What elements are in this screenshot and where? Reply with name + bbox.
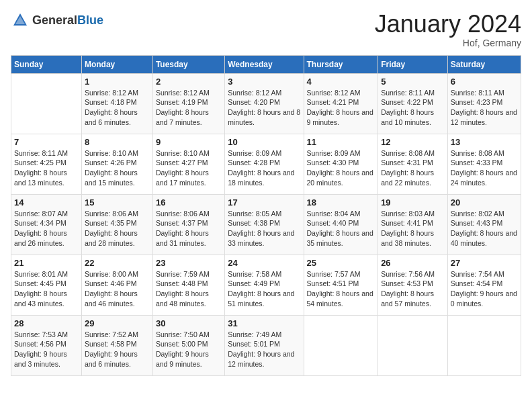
day-number: 14 [14,197,79,208]
day-number: 23 [156,258,222,268]
calendar-cell: 6Sunrise: 8:11 AMSunset: 4:23 PMDaylight… [447,73,521,134]
day-number: 17 [228,197,300,208]
day-number: 12 [381,137,445,147]
day-info: Sunrise: 7:53 AMSunset: 4:56 PMDaylight:… [14,330,79,369]
day-number: 13 [451,137,518,147]
calendar-week-3: 14Sunrise: 8:07 AMSunset: 4:34 PMDayligh… [11,194,521,255]
day-number: 2 [156,77,222,87]
day-number: 28 [14,318,79,328]
day-number: 3 [228,77,300,87]
day-number: 29 [85,318,150,328]
calendar-cell: 4Sunrise: 8:12 AMSunset: 4:21 PMDaylight… [304,73,378,134]
calendar-cell: 5Sunrise: 8:11 AMSunset: 4:22 PMDaylight… [378,73,448,134]
calendar-cell: 11Sunrise: 8:09 AMSunset: 4:30 PMDayligh… [304,134,378,194]
calendar-cell: 18Sunrise: 8:04 AMSunset: 4:40 PMDayligh… [304,194,378,255]
calendar-cell [11,73,82,134]
day-info: Sunrise: 8:03 AMSunset: 4:41 PMDaylight:… [381,209,445,248]
day-number: 5 [381,77,445,87]
weekday-sunday: Sunday [11,55,82,73]
calendar-cell [447,315,521,375]
weekday-saturday: Saturday [447,55,521,73]
calendar-cell: 20Sunrise: 8:02 AMSunset: 4:43 PMDayligh… [447,194,521,255]
calendar-cell: 25Sunrise: 7:57 AMSunset: 4:51 PMDayligh… [304,255,378,315]
calendar-cell: 12Sunrise: 8:08 AMSunset: 4:31 PMDayligh… [378,134,448,194]
calendar-cell: 13Sunrise: 8:08 AMSunset: 4:33 PMDayligh… [447,134,521,194]
day-number: 25 [307,258,375,268]
day-info: Sunrise: 7:50 AMSunset: 5:00 PMDaylight:… [156,330,222,369]
day-number: 9 [156,137,222,147]
day-number: 11 [307,137,375,147]
day-info: Sunrise: 7:52 AMSunset: 4:58 PMDaylight:… [85,330,150,369]
calendar-cell: 31Sunrise: 7:49 AMSunset: 5:01 PMDayligh… [225,315,304,375]
day-info: Sunrise: 7:57 AMSunset: 4:51 PMDaylight:… [307,269,375,309]
day-number: 19 [381,197,445,208]
calendar-cell: 7Sunrise: 8:11 AMSunset: 4:25 PMDaylight… [11,134,82,194]
calendar-cell: 1Sunrise: 8:12 AMSunset: 4:18 PMDaylight… [81,73,152,134]
calendar-week-5: 28Sunrise: 7:53 AMSunset: 4:56 PMDayligh… [11,315,521,375]
logo-general-text: General [32,13,77,27]
calendar-table: SundayMondayTuesdayWednesdayThursdayFrid… [11,55,521,376]
calendar-cell: 17Sunrise: 8:05 AMSunset: 4:38 PMDayligh… [225,194,304,255]
weekday-monday: Monday [81,55,152,73]
calendar-cell [304,315,378,375]
day-info: Sunrise: 8:11 AMSunset: 4:25 PMDaylight:… [14,148,79,188]
day-number: 31 [228,318,300,328]
day-info: Sunrise: 8:11 AMSunset: 4:22 PMDaylight:… [381,88,445,128]
day-number: 8 [85,137,150,147]
day-number: 7 [14,137,79,147]
calendar-cell: 30Sunrise: 7:50 AMSunset: 5:00 PMDayligh… [152,315,224,375]
calendar-week-4: 21Sunrise: 8:01 AMSunset: 4:45 PMDayligh… [11,255,521,315]
day-number: 22 [85,258,150,268]
day-number: 20 [451,197,518,208]
day-number: 15 [85,197,150,208]
day-info: Sunrise: 8:06 AMSunset: 4:37 PMDaylight:… [156,209,222,248]
day-number: 30 [156,318,222,328]
calendar-week-1: 1Sunrise: 8:12 AMSunset: 4:18 PMDaylight… [11,73,521,134]
day-info: Sunrise: 8:09 AMSunset: 4:28 PMDaylight:… [228,148,300,188]
calendar-cell: 27Sunrise: 7:54 AMSunset: 4:54 PMDayligh… [447,255,521,315]
weekday-thursday: Thursday [304,55,378,73]
logo-icon [11,11,30,30]
day-info: Sunrise: 7:54 AMSunset: 4:54 PMDaylight:… [451,269,518,309]
day-number: 6 [451,77,518,87]
day-info: Sunrise: 8:01 AMSunset: 4:45 PMDaylight:… [14,269,79,309]
day-number: 24 [228,258,300,268]
title-block: January 2024 Hof, Germany [375,11,521,48]
weekday-header-row: SundayMondayTuesdayWednesdayThursdayFrid… [11,55,521,73]
calendar-cell: 3Sunrise: 8:12 AMSunset: 4:20 PMDaylight… [225,73,304,134]
day-info: Sunrise: 8:04 AMSunset: 4:40 PMDaylight:… [307,209,375,248]
logo: GeneralBlue [11,11,103,30]
calendar-cell: 10Sunrise: 8:09 AMSunset: 4:28 PMDayligh… [225,134,304,194]
calendar-week-2: 7Sunrise: 8:11 AMSunset: 4:25 PMDaylight… [11,134,521,194]
weekday-tuesday: Tuesday [152,55,224,73]
day-info: Sunrise: 8:12 AMSunset: 4:21 PMDaylight:… [307,88,375,128]
calendar-cell: 2Sunrise: 8:12 AMSunset: 4:19 PMDaylight… [152,73,224,134]
day-number: 10 [228,137,300,147]
day-info: Sunrise: 8:10 AMSunset: 4:26 PMDaylight:… [85,148,150,188]
calendar-cell: 19Sunrise: 8:03 AMSunset: 4:41 PMDayligh… [378,194,448,255]
day-number: 16 [156,197,222,208]
day-info: Sunrise: 8:07 AMSunset: 4:34 PMDaylight:… [14,209,79,248]
calendar-cell: 21Sunrise: 8:01 AMSunset: 4:45 PMDayligh… [11,255,82,315]
logo-blue-text: Blue [77,13,103,27]
location-title: Hof, Germany [375,38,521,48]
day-info: Sunrise: 8:10 AMSunset: 4:27 PMDaylight:… [156,148,222,188]
day-number: 4 [307,77,375,87]
day-number: 18 [307,197,375,208]
day-number: 21 [14,258,79,268]
calendar-cell: 26Sunrise: 7:56 AMSunset: 4:53 PMDayligh… [378,255,448,315]
calendar-cell: 28Sunrise: 7:53 AMSunset: 4:56 PMDayligh… [11,315,82,375]
calendar-cell: 24Sunrise: 7:58 AMSunset: 4:49 PMDayligh… [225,255,304,315]
calendar-cell: 9Sunrise: 8:10 AMSunset: 4:27 PMDaylight… [152,134,224,194]
day-info: Sunrise: 7:56 AMSunset: 4:53 PMDaylight:… [381,269,445,309]
day-info: Sunrise: 8:11 AMSunset: 4:23 PMDaylight:… [451,88,518,128]
calendar-cell: 23Sunrise: 7:59 AMSunset: 4:48 PMDayligh… [152,255,224,315]
day-info: Sunrise: 8:12 AMSunset: 4:19 PMDaylight:… [156,88,222,128]
day-info: Sunrise: 8:09 AMSunset: 4:30 PMDaylight:… [307,148,375,188]
day-info: Sunrise: 8:05 AMSunset: 4:38 PMDaylight:… [228,209,300,248]
calendar-body: 1Sunrise: 8:12 AMSunset: 4:18 PMDaylight… [11,73,521,375]
day-info: Sunrise: 8:12 AMSunset: 4:18 PMDaylight:… [85,88,150,128]
day-info: Sunrise: 7:59 AMSunset: 4:48 PMDaylight:… [156,269,222,309]
calendar-cell: 16Sunrise: 8:06 AMSunset: 4:37 PMDayligh… [152,194,224,255]
day-number: 26 [381,258,445,268]
